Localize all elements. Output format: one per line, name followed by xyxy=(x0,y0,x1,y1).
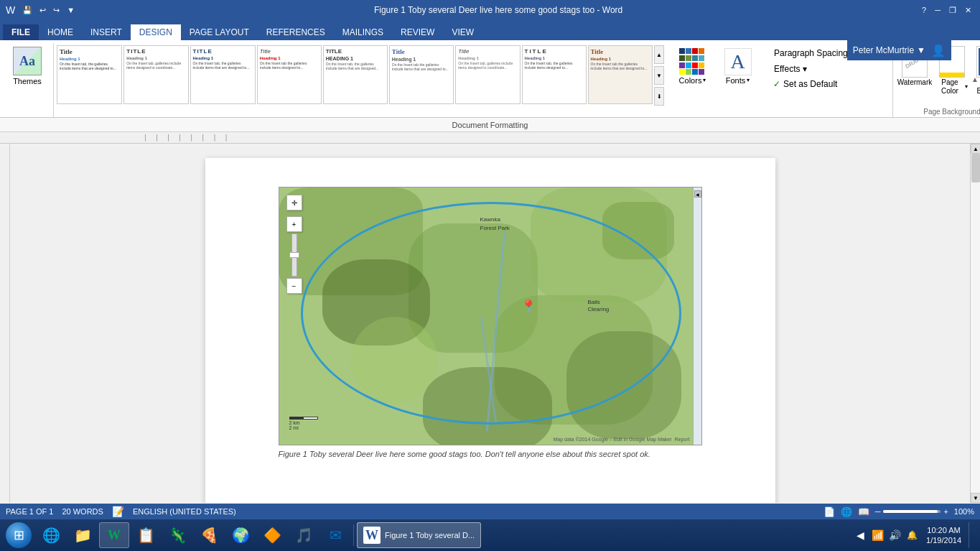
minimize-btn[interactable]: ─ xyxy=(932,4,943,17)
colors-icon xyxy=(679,48,706,75)
cfe-group: Colors ▾ A Fonts ▾ xyxy=(667,43,763,117)
gallery-nav-expand[interactable]: ⬇ xyxy=(654,87,664,106)
map-image: ✛ + − Kawnka Forest Park Balls Clear xyxy=(279,187,702,445)
scroll-thumb[interactable] xyxy=(971,154,980,182)
gallery-item-8[interactable]: TITLE Heading 1 On the Insert tab, the g… xyxy=(522,45,587,104)
map-sidebar: ◀ xyxy=(693,187,701,445)
fonts-button[interactable]: A Fonts ▾ xyxy=(718,46,757,87)
gallery-item-9[interactable]: Title Heading 1 On the Insert tab the ga… xyxy=(588,45,653,104)
view-normal-icon[interactable]: 📄 xyxy=(823,506,835,517)
taskbar-word-active[interactable]: W Figure 1 Toby several D... xyxy=(357,522,481,548)
tab-file[interactable]: FILE xyxy=(3,24,39,40)
ribbon-collapse-btn[interactable]: ▲ xyxy=(970,40,980,118)
taskbar-explorer[interactable]: 📁 xyxy=(67,522,98,548)
taskbar-wps[interactable]: W xyxy=(99,522,129,548)
restore-btn[interactable]: ❐ xyxy=(946,4,959,17)
gallery-item-2[interactable]: TITLE Heading 1 On the Insert tab, galle… xyxy=(123,45,188,104)
map-label-forest: Kawnka xyxy=(480,216,500,223)
document-area: ✛ + − Kawnka Forest Park Balls Clear xyxy=(10,144,970,503)
taskbar-ie[interactable]: 🌐 xyxy=(36,522,66,548)
map-zoom-thumb[interactable] xyxy=(289,252,299,258)
show-desktop-btn[interactable] xyxy=(969,522,974,548)
taskbar-app2[interactable]: 🦎 xyxy=(162,522,192,548)
taskbar-app5[interactable]: 🔶 xyxy=(257,522,287,548)
undo-quick-btn[interactable]: ↩ xyxy=(37,4,49,17)
close-btn[interactable]: ✕ xyxy=(962,4,974,17)
gallery-item-5[interactable]: TITLE HEADING 1 On the Insert tab, the g… xyxy=(323,45,388,104)
colors-button[interactable]: Colors ▾ xyxy=(673,46,712,87)
tab-home[interactable]: HOME xyxy=(39,24,82,40)
gallery-item-6[interactable]: Title Heading 1 On the Insert tab the ga… xyxy=(389,45,454,104)
map-copyright: Map data ©2014 Google – Edit in Google M… xyxy=(554,437,690,442)
scroll-down-btn[interactable]: ▼ xyxy=(971,493,980,503)
ribbon: Aa Themes Title Heading 1 On the Insert … xyxy=(0,40,980,118)
app2-icon: 🦎 xyxy=(169,527,186,544)
taskbar-winamp[interactable]: 🎵 xyxy=(289,522,319,548)
taskbar-app3[interactable]: 🍕 xyxy=(194,522,224,548)
tray-arrow[interactable]: ◀ xyxy=(853,522,867,548)
tab-view[interactable]: VIEW xyxy=(443,24,482,40)
tab-mailings[interactable]: MAILINGS xyxy=(334,24,392,40)
redo-quick-btn[interactable]: ↪ xyxy=(50,4,62,17)
gallery-nav-up[interactable]: ▲ xyxy=(654,45,664,64)
map-pan-control[interactable]: ✛ xyxy=(286,195,302,210)
zoom-minus[interactable]: ─ xyxy=(875,507,881,516)
tray-volume-icon[interactable]: 🔊 xyxy=(887,522,902,548)
word-count: 20 WORDS xyxy=(62,507,103,516)
gallery-item-normal[interactable]: Title Heading 1 On the Insert tab, the g… xyxy=(57,45,122,104)
taskbar-word-label: Figure 1 Toby several D... xyxy=(385,531,475,540)
tab-insert[interactable]: INSERT xyxy=(82,24,131,40)
zoom-slider[interactable] xyxy=(883,510,941,513)
view-read-icon[interactable]: 📖 xyxy=(858,506,869,517)
save-quick-btn[interactable]: 💾 xyxy=(19,4,35,17)
tray-network-icon[interactable]: 📶 xyxy=(870,522,885,548)
taskbar-outlook[interactable]: ✉ xyxy=(320,522,350,548)
map-zoom-out[interactable]: − xyxy=(286,278,302,294)
user-dropdown-icon[interactable]: ▼ xyxy=(917,45,925,55)
proofread-icon[interactable]: 📝 xyxy=(112,506,124,517)
tray-notification-icon[interactable]: 🔔 xyxy=(905,522,919,548)
zoom-percent[interactable]: 100% xyxy=(954,507,974,516)
tab-page-layout[interactable]: PAGE LAYOUT xyxy=(181,24,258,40)
clock[interactable]: 10:20 AM 1/19/2014 xyxy=(922,525,966,546)
clock-date: 1/19/2014 xyxy=(926,535,961,545)
quick-access-toolbar: W 💾 ↩ ↪ ▼ xyxy=(6,4,78,17)
start-button[interactable]: ⊞ xyxy=(3,522,34,548)
themes-button[interactable]: Aa Themes xyxy=(7,43,47,89)
effects-dropdown-icon: ▾ xyxy=(803,64,807,74)
view-web-icon[interactable]: 🌐 xyxy=(841,506,852,517)
gallery-section: Title Heading 1 On the Insert tab, the g… xyxy=(54,43,667,117)
scroll-up-btn[interactable]: ▲ xyxy=(971,144,980,154)
zoom-plus[interactable]: + xyxy=(943,507,948,516)
style-gallery: Title Heading 1 On the Insert tab, the g… xyxy=(57,45,653,106)
document-page: ✛ + − Kawnka Forest Park Balls Clear xyxy=(205,158,775,503)
themes-icon: Aa xyxy=(13,47,42,75)
effects-button[interactable]: Effects ▾ xyxy=(769,62,890,76)
gallery-item-4[interactable]: Title Heading 1 On the Insert tab the ga… xyxy=(257,45,322,104)
language: ENGLISH (UNITED STATES) xyxy=(133,507,236,516)
tab-review[interactable]: REVIEW xyxy=(392,24,443,40)
help-btn[interactable]: ? xyxy=(919,4,929,17)
taskbar-app1[interactable]: 📋 xyxy=(131,522,161,548)
qa-dropdown-btn[interactable]: ▼ xyxy=(64,4,78,16)
app1-icon: 📋 xyxy=(137,527,154,544)
taskbar-app4[interactable]: 🌍 xyxy=(225,522,256,548)
map-controls: ✛ + − xyxy=(286,195,302,294)
main-area: ✛ + − Kawnka Forest Park Balls Clear xyxy=(0,144,980,503)
gallery-item-3[interactable]: TITLE Heading 1 On the Insert tab, the g… xyxy=(190,45,256,104)
app4-icon: 🌍 xyxy=(232,527,249,544)
tab-design[interactable]: DESIGN xyxy=(131,24,181,40)
tab-references[interactable]: REFERENCES xyxy=(258,24,334,40)
map-container: ✛ + − Kawnka Forest Park Balls Clear xyxy=(279,187,702,458)
map-zoom-in[interactable]: + xyxy=(286,216,302,232)
themes-group: Aa Themes xyxy=(3,43,54,117)
set-as-default-item[interactable]: ✓ Set as Default xyxy=(769,78,890,91)
app3-icon: 🍕 xyxy=(200,527,218,544)
top-ruler: │ │ │ │ │ │ │ │ xyxy=(0,132,980,144)
window-title: Figure 1 Toby several Deer live here som… xyxy=(78,5,919,15)
page-color-dropdown-icon: ▾ xyxy=(965,83,968,90)
gallery-item-7[interactable]: Title Heading 1 On the Insert tab, galle… xyxy=(455,45,520,104)
gallery-nav-down[interactable]: ▼ xyxy=(654,66,664,85)
fonts-label: Fonts xyxy=(726,76,746,85)
start-orb-icon: ⊞ xyxy=(6,522,32,548)
